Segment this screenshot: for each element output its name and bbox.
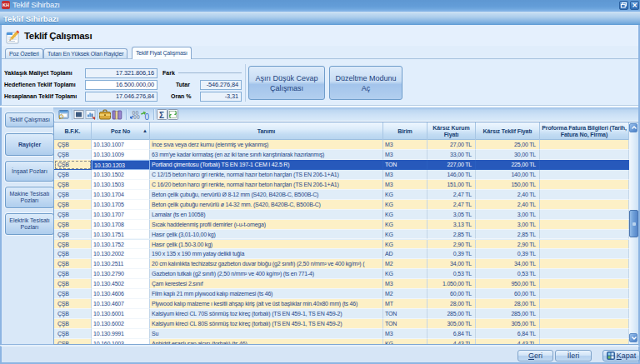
svg-text:00: 00 [133, 114, 140, 120]
svg-text:0: 0 [145, 112, 150, 121]
svg-text:Σ: Σ [159, 111, 164, 120]
